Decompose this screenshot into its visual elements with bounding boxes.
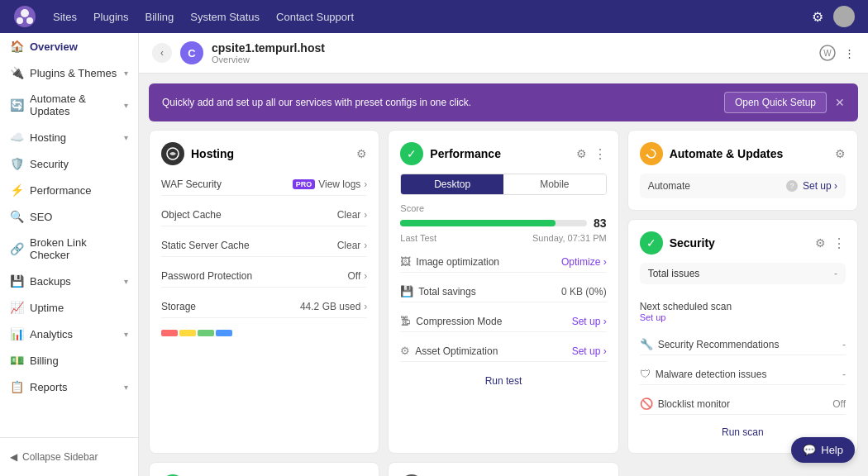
compression-icon: 🗜 bbox=[400, 315, 411, 327]
banner-close-icon[interactable]: ✕ bbox=[835, 96, 845, 109]
wordpress-icon[interactable]: W bbox=[818, 43, 837, 63]
automate-card-title: Automate & Updates bbox=[670, 147, 828, 160]
performance-tabs: Desktop Mobile bbox=[400, 174, 606, 195]
storage-segment-1 bbox=[161, 330, 178, 336]
performance-card: ✓ Performance ⚙ ⋮ Desktop Mobile Score 8 bbox=[388, 130, 618, 454]
desktop-tab[interactable]: Desktop bbox=[401, 174, 503, 194]
sidebar-item-seo[interactable]: 🔍 SEO bbox=[0, 203, 138, 230]
asset-icon: ⚙ bbox=[400, 345, 410, 357]
storage-segment-4 bbox=[216, 330, 232, 336]
collapse-sidebar-button[interactable]: ◀ Collapse Sidebar bbox=[0, 445, 138, 469]
performance-card-icon: ✓ bbox=[400, 142, 423, 165]
sidebar-bottom: ◀ Collapse Sidebar bbox=[0, 437, 138, 476]
top-navigation: Sites Plugins Billing System Status Cont… bbox=[0, 0, 868, 33]
sidebar-item-broken-link-checker[interactable]: 🔗 Broken Link Checker bbox=[0, 230, 138, 268]
performance-gear-icon[interactable]: ⚙ bbox=[576, 147, 587, 160]
score-bar-background bbox=[400, 220, 587, 226]
sidebar-item-uptime[interactable]: 📈 Uptime bbox=[0, 294, 138, 321]
performance-more-icon[interactable]: ⋮ bbox=[594, 146, 607, 162]
security-more-icon[interactable]: ⋮ bbox=[832, 236, 846, 251]
static-cache-clear-link[interactable]: Clear bbox=[337, 240, 361, 251]
chevron-down-icon: ▾ bbox=[124, 101, 128, 110]
savings-icon: 💾 bbox=[400, 285, 413, 298]
block-icon: 🚫 bbox=[640, 397, 653, 410]
compression-setup-link[interactable]: Set up › bbox=[572, 316, 607, 327]
chevron-down-icon: ▾ bbox=[124, 330, 128, 339]
security-card: ✓ Security ⚙ ⋮ Total issues - Next sched… bbox=[627, 219, 858, 454]
nav-system-status[interactable]: System Status bbox=[190, 11, 260, 23]
sidebar-item-hosting[interactable]: ☁️ Hosting ▾ bbox=[0, 124, 138, 150]
site-header-actions: W ⋮ bbox=[818, 43, 855, 63]
cards-grid: Hosting ⚙ WAF Security PRO View logs › O… bbox=[139, 121, 868, 476]
total-issues-value: - bbox=[834, 268, 837, 279]
optimize-link[interactable]: Optimize › bbox=[561, 256, 607, 268]
arrow-icon: › bbox=[364, 178, 367, 190]
performance-card-title: Performance bbox=[430, 147, 569, 160]
nav-contact-support[interactable]: Contact Support bbox=[276, 11, 354, 23]
score-bar-fill bbox=[400, 220, 555, 226]
sidebar-item-billing[interactable]: 💵 Billing bbox=[0, 347, 138, 374]
sidebar-item-analytics[interactable]: 📊 Analytics ▾ bbox=[0, 321, 138, 347]
performance-icon: ⚡ bbox=[10, 183, 23, 197]
analytics-card: 📈 Analytics ⚙ ⋮ Yest. Last 7d Last 30d L… bbox=[149, 462, 379, 476]
automate-label: Automate bbox=[648, 180, 781, 192]
automate-setup-link[interactable]: Set up › bbox=[803, 180, 837, 192]
nav-sites[interactable]: Sites bbox=[53, 11, 77, 23]
waf-security-row: WAF Security PRO View logs › bbox=[161, 174, 367, 196]
more-options-icon[interactable]: ⋮ bbox=[844, 47, 855, 60]
sidebar-item-overview[interactable]: 🏠 Overview bbox=[0, 33, 138, 60]
top-nav-links: Sites Plugins Billing System Status Cont… bbox=[53, 11, 812, 23]
hosting-card-title: Hosting bbox=[191, 147, 350, 160]
top-nav-right: ⚙ bbox=[812, 6, 855, 27]
sidebar-item-performance[interactable]: ⚡ Performance bbox=[0, 177, 138, 203]
pro-badge: PRO bbox=[293, 179, 316, 189]
svg-point-1 bbox=[21, 9, 29, 17]
next-scan-block: Next scheduled scan Set up bbox=[640, 298, 846, 326]
sidebar-item-automate-updates[interactable]: 🔄 Automate & Updates ▾ bbox=[0, 86, 138, 124]
performance-card-header: ✓ Performance ⚙ ⋮ bbox=[400, 142, 606, 165]
nav-billing[interactable]: Billing bbox=[145, 11, 174, 23]
score-section: Score 83 Last Test Sunday, 07:31 PM bbox=[400, 203, 606, 243]
uptime-icon: 📈 bbox=[10, 301, 23, 314]
svg-point-2 bbox=[17, 17, 23, 24]
run-test-button[interactable]: Run test bbox=[400, 370, 606, 392]
settings-icon[interactable]: ⚙ bbox=[812, 9, 823, 25]
open-quick-setup-button[interactable]: Open Quick Setup bbox=[724, 92, 827, 113]
chat-icon: 💬 bbox=[803, 444, 816, 456]
site-header: ‹ C cpsite1.tempurl.host Overview W ⋮ bbox=[139, 33, 868, 74]
billing-icon: 💵 bbox=[10, 354, 23, 367]
next-scan-setup-link[interactable]: Set up bbox=[640, 312, 846, 322]
help-button[interactable]: 💬 Help bbox=[791, 437, 855, 463]
chevron-down-icon: ▾ bbox=[124, 277, 128, 286]
sidebar-item-security[interactable]: 🛡️ Security bbox=[0, 150, 138, 177]
svg-point-3 bbox=[26, 17, 33, 24]
nav-plugins[interactable]: Plugins bbox=[93, 11, 129, 23]
sidebar: 🏠 Overview 🔌 Plugins & Themes ▾ 🔄 Automa… bbox=[0, 33, 139, 476]
back-button[interactable]: ‹ bbox=[152, 43, 172, 63]
asset-setup-link[interactable]: Set up › bbox=[572, 345, 607, 357]
site-info: cpsite1.tempurl.host Overview bbox=[212, 41, 809, 64]
automate-row: Automate ? Set up › bbox=[640, 174, 846, 198]
hosting-gear-icon[interactable]: ⚙ bbox=[356, 147, 367, 160]
mobile-tab[interactable]: Mobile bbox=[503, 174, 606, 194]
automate-gear-icon[interactable]: ⚙ bbox=[835, 147, 846, 160]
security-icon: 🛡️ bbox=[10, 157, 23, 170]
asset-optimization-row: ⚙ Asset Optimization Set up › bbox=[400, 340, 606, 362]
security-gear-icon[interactable]: ⚙ bbox=[815, 236, 826, 250]
user-avatar[interactable] bbox=[833, 6, 855, 27]
arrow-icon: › bbox=[364, 270, 367, 282]
help-icon: ? bbox=[786, 180, 798, 192]
view-logs-link[interactable]: View logs bbox=[318, 178, 360, 190]
object-cache-clear-link[interactable]: Clear bbox=[337, 209, 361, 221]
security-card-header: ✓ Security ⚙ ⋮ bbox=[640, 231, 846, 255]
storage-bar bbox=[161, 330, 367, 336]
blocklist-monitor-row: 🚫 Blocklist monitor Off bbox=[640, 393, 846, 415]
sidebar-item-backups[interactable]: 💾 Backups ▾ bbox=[0, 268, 138, 294]
sidebar-item-plugins-themes[interactable]: 🔌 Plugins & Themes ▾ bbox=[0, 60, 138, 86]
sidebar-item-reports[interactable]: 📋 Reports ▾ bbox=[0, 374, 138, 400]
automate-card-header: Automate & Updates ⚙ bbox=[640, 142, 846, 165]
app-logo[interactable] bbox=[13, 5, 36, 28]
chevron-down-icon: ▾ bbox=[124, 383, 128, 392]
automate-icon: 🔄 bbox=[10, 98, 23, 112]
security-card-title: Security bbox=[670, 236, 808, 250]
